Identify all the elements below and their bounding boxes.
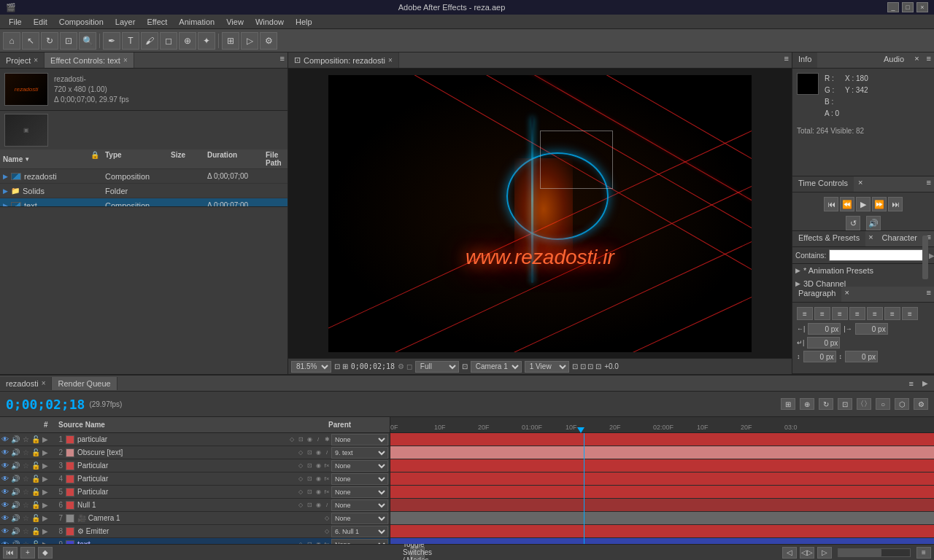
menu-layer[interactable]: Layer bbox=[109, 16, 142, 28]
tool-preview[interactable]: ▷ bbox=[241, 32, 258, 50]
layer-switch-motion-5[interactable]: ◉ bbox=[314, 488, 323, 497]
justify-center-btn[interactable]: ≡ bbox=[867, 307, 883, 320]
tool-stamp[interactable]: ⊕ bbox=[179, 32, 196, 50]
tab-time-controls[interactable]: Time Controls bbox=[792, 176, 854, 192]
justify-left-btn[interactable]: ≡ bbox=[849, 307, 865, 320]
layer-audio-8[interactable]: 🔊 bbox=[10, 527, 20, 535]
tool-eraser[interactable]: ◻ bbox=[160, 32, 177, 50]
tool-zoom-fit[interactable]: ⊡ bbox=[60, 32, 77, 50]
layer-solo-3[interactable]: ☆ bbox=[20, 462, 31, 470]
tab-project[interactable]: Project × bbox=[0, 52, 45, 68]
tl-nav-start[interactable]: ◁ bbox=[782, 547, 797, 559]
tl-nav-shrink[interactable]: ◁▷ bbox=[800, 547, 814, 559]
camera-select[interactable]: Camera 1 bbox=[471, 361, 522, 373]
menu-window[interactable]: Window bbox=[250, 16, 290, 28]
tl-nav-end[interactable]: ▷ bbox=[817, 547, 832, 559]
layer-expand-5[interactable]: ▶ bbox=[41, 488, 50, 496]
track-bar-1[interactable] bbox=[390, 433, 934, 446]
layer-switch-fx-1[interactable]: / bbox=[314, 435, 323, 444]
tab-render-queue[interactable]: Render Queue bbox=[52, 377, 117, 390]
tab-paragraph[interactable]: Paragraph bbox=[792, 287, 841, 302]
layer-audio-5[interactable]: 🔊 bbox=[10, 488, 20, 496]
paragraph-close[interactable]: × bbox=[841, 287, 852, 302]
restore-button[interactable]: □ bbox=[902, 2, 914, 12]
layer-audio-6[interactable]: 🔊 bbox=[10, 501, 20, 509]
track-bar-9[interactable] bbox=[390, 538, 934, 544]
layer-switch-shy-3[interactable]: ◇ bbox=[296, 462, 305, 470]
layer-lock-1[interactable]: 🔓 bbox=[31, 435, 41, 443]
tl-effects-btn[interactable]: ⚙ bbox=[914, 398, 928, 410]
tab-composition[interactable]: ⊡ Composition: rezadosti × bbox=[288, 52, 399, 68]
tl-expand-btn[interactable]: ⊡ bbox=[838, 398, 852, 410]
tl-bottom-marker[interactable]: ◆ bbox=[38, 547, 53, 559]
layer-switch-fx-2[interactable]: / bbox=[323, 448, 331, 457]
layer-expand-6[interactable]: ▶ bbox=[41, 501, 50, 509]
track-bar-2[interactable] bbox=[390, 446, 934, 459]
composition-tab-close[interactable]: × bbox=[388, 56, 393, 64]
layer-switch-3d-2[interactable]: ⊡ bbox=[305, 448, 314, 457]
layer-audio-2[interactable]: 🔊 bbox=[10, 448, 20, 456]
spacing-before-input[interactable] bbox=[803, 351, 836, 362]
col-header-name[interactable]: Name ▼ bbox=[3, 151, 90, 167]
parent-select-9[interactable]: None bbox=[331, 539, 388, 545]
quality-select[interactable]: Full Half Quarter bbox=[415, 361, 459, 373]
layer-expand-8[interactable]: ▶ bbox=[41, 527, 50, 535]
layer-switch-motion-4[interactable]: ◉ bbox=[314, 475, 323, 483]
zoom-select[interactable]: 81.5% 100% 50% bbox=[291, 361, 331, 373]
menu-help[interactable]: Help bbox=[290, 16, 318, 28]
timeline-scroll-bar[interactable] bbox=[838, 548, 911, 557]
layer-switch-3d-3[interactable]: ⊡ bbox=[305, 462, 314, 470]
tab-character[interactable]: Character bbox=[876, 231, 923, 246]
layer-vis-6[interactable]: 👁 bbox=[0, 501, 10, 509]
timeline-close[interactable]: × bbox=[42, 379, 46, 387]
menu-edit[interactable]: Edit bbox=[28, 16, 53, 28]
timeline-options[interactable]: ≡ bbox=[906, 378, 916, 389]
align-center-btn[interactable]: ≡ bbox=[814, 307, 830, 320]
window-controls[interactable]: _ □ × bbox=[887, 2, 928, 12]
layer-vis-1[interactable]: 👁 bbox=[0, 435, 10, 443]
go-to-end-btn[interactable]: ⏭ bbox=[888, 197, 903, 211]
project-tab-close[interactable]: × bbox=[34, 56, 38, 64]
layer-switch-fx-3[interactable]: f× bbox=[323, 462, 331, 470]
layer-switch-qual-1[interactable]: ✱ bbox=[323, 435, 331, 444]
tl-comment-btn[interactable]: ○ bbox=[876, 398, 890, 410]
tool-rotate[interactable]: ↻ bbox=[41, 32, 58, 50]
layer-lock-3[interactable]: 🔓 bbox=[31, 462, 41, 470]
tl-bottom-opt[interactable]: ≡ bbox=[916, 547, 931, 559]
align-right-btn[interactable]: ≡ bbox=[832, 307, 848, 320]
tab-info[interactable]: Info bbox=[792, 52, 817, 68]
tab-effects-presets[interactable]: Effects & Presets bbox=[792, 231, 865, 246]
parent-select-2[interactable]: 9. text bbox=[331, 447, 388, 459]
tl-mask-btn[interactable]: ⬡ bbox=[895, 398, 909, 410]
parent-select-7[interactable]: None bbox=[331, 513, 388, 524]
track-bar-6[interactable] bbox=[390, 499, 934, 512]
layer-switch-fx-6[interactable]: / bbox=[323, 501, 331, 510]
tl-new-comp-btn[interactable]: ⊞ bbox=[781, 398, 795, 410]
info-options[interactable]: ≡ bbox=[924, 52, 934, 68]
tool-zoom[interactable]: 🔍 bbox=[79, 32, 96, 50]
layer-lock-7[interactable]: 🔓 bbox=[31, 514, 41, 522]
file-row-text[interactable]: ▶ text Composition Δ 0;00;07;00 bbox=[0, 198, 287, 207]
tl-render-btn[interactable]: ⊕ bbox=[800, 398, 814, 410]
mute-btn[interactable]: 🔊 bbox=[866, 216, 881, 230]
menu-file[interactable]: File bbox=[3, 16, 28, 28]
tool-brush[interactable]: 🖌 bbox=[141, 32, 158, 50]
close-button[interactable]: × bbox=[916, 2, 928, 12]
tool-pen[interactable]: ✒ bbox=[103, 32, 120, 50]
layer-audio-1[interactable]: 🔊 bbox=[10, 435, 20, 443]
tab-effect-controls[interactable]: Effect Controls: text × bbox=[45, 52, 134, 68]
justify-all-btn[interactable]: ≡ bbox=[902, 307, 918, 320]
layer-solo-1[interactable]: ☆ bbox=[20, 435, 31, 443]
layer-switch-motion-6[interactable]: ◉ bbox=[314, 501, 323, 510]
layer-expand-2[interactable]: ▶ bbox=[41, 448, 50, 456]
layer-lock-4[interactable]: 🔓 bbox=[31, 475, 41, 483]
layer-switch-shy-1[interactable]: ◇ bbox=[287, 435, 296, 444]
track-bar-5[interactable] bbox=[390, 486, 934, 499]
file-row-rezadosti[interactable]: ▶ rezadosti Composition Δ 0;00;07;00 bbox=[0, 169, 287, 184]
timeline-tracks[interactable]: 0F 10F 20F 01:00F 10F 20F 02:00F 10F 20F… bbox=[390, 417, 934, 544]
menu-effect[interactable]: Effect bbox=[141, 16, 173, 28]
layer-solo-7[interactable]: ☆ bbox=[20, 514, 31, 522]
layer-switch-shy-5[interactable]: ◇ bbox=[296, 488, 305, 497]
parent-select-8[interactable]: 6. Null 1 bbox=[331, 526, 388, 537]
prev-frame-btn[interactable]: ⏪ bbox=[840, 197, 854, 211]
